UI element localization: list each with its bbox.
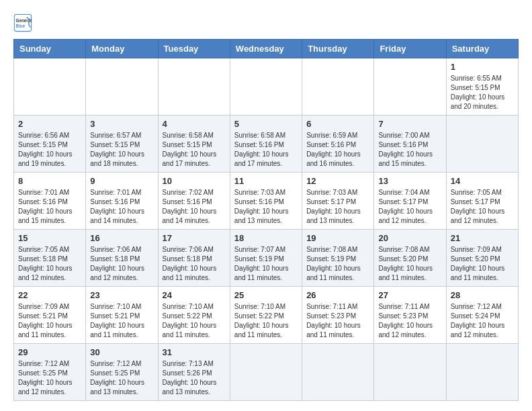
day-number: 4 [163,119,226,129]
calendar-week-row: 29 Sunrise: 7:12 AMSunset: 5:25 PMDaylig… [14,344,519,401]
day-number: 15 [18,233,81,243]
day-number: 21 [451,233,514,243]
calendar-day-cell [446,116,518,173]
calendar-day-cell: 2 Sunrise: 6:56 AMSunset: 5:15 PMDayligh… [14,116,86,173]
day-info: Sunrise: 6:57 AMSunset: 5:15 PMDaylight:… [90,131,153,169]
calendar-day-cell: 21 Sunrise: 7:09 AMSunset: 5:20 PMDaylig… [446,230,518,287]
day-number: 5 [234,119,298,129]
day-info: Sunrise: 6:55 AMSunset: 5:15 PMDaylight:… [451,74,514,111]
day-info: Sunrise: 7:08 AMSunset: 5:20 PMDaylight:… [378,245,441,283]
day-info: Sunrise: 7:03 AMSunset: 5:17 PMDaylight:… [306,188,369,226]
day-number: 17 [163,233,226,243]
calendar-week-row: 1 Sunrise: 6:55 AMSunset: 5:15 PMDayligh… [14,58,519,116]
calendar-day-cell: 14 Sunrise: 7:05 AMSunset: 5:17 PMDaylig… [446,173,518,230]
day-info: Sunrise: 7:05 AMSunset: 5:18 PMDaylight:… [18,245,81,283]
calendar-header-tuesday: Tuesday [158,40,230,58]
day-number: 28 [451,290,514,300]
calendar-day-cell [230,58,302,116]
calendar-day-cell: 18 Sunrise: 7:07 AMSunset: 5:19 PMDaylig… [230,230,302,287]
calendar-week-row: 15 Sunrise: 7:05 AMSunset: 5:18 PMDaylig… [14,230,519,287]
day-info: Sunrise: 7:11 AMSunset: 5:23 PMDaylight:… [306,302,369,340]
day-number: 27 [378,290,441,300]
day-number: 2 [18,119,81,129]
calendar-table: SundayMondayTuesdayWednesdayThursdayFrid… [13,39,519,401]
day-info: Sunrise: 7:10 AMSunset: 5:22 PMDaylight:… [163,302,226,340]
day-info: Sunrise: 7:10 AMSunset: 5:21 PMDaylight:… [90,302,153,340]
calendar-day-cell: 11 Sunrise: 7:03 AMSunset: 5:16 PMDaylig… [230,173,302,230]
calendar-day-cell [302,344,374,401]
day-number: 18 [234,233,298,243]
day-info: Sunrise: 7:05 AMSunset: 5:17 PMDaylight:… [451,188,514,226]
calendar-day-cell: 28 Sunrise: 7:12 AMSunset: 5:24 PMDaylig… [446,287,518,344]
day-number: 23 [90,290,153,300]
logo-icon: General Blue [13,13,32,32]
calendar-day-cell [158,58,230,116]
day-info: Sunrise: 7:12 AMSunset: 5:25 PMDaylight:… [18,359,81,397]
day-info: Sunrise: 7:06 AMSunset: 5:18 PMDaylight:… [90,245,153,283]
day-number: 20 [378,233,441,243]
calendar-day-cell [230,344,302,401]
day-info: Sunrise: 7:10 AMSunset: 5:22 PMDaylight:… [234,302,298,340]
day-info: Sunrise: 7:06 AMSunset: 5:18 PMDaylight:… [163,245,226,283]
calendar-header-row: SundayMondayTuesdayWednesdayThursdayFrid… [14,40,519,58]
calendar-header-sunday: Sunday [14,40,86,58]
calendar-day-cell: 24 Sunrise: 7:10 AMSunset: 5:22 PMDaylig… [158,287,230,344]
calendar-day-cell: 17 Sunrise: 7:06 AMSunset: 5:18 PMDaylig… [158,230,230,287]
day-info: Sunrise: 6:58 AMSunset: 5:16 PMDaylight:… [234,131,298,169]
calendar-day-cell: 12 Sunrise: 7:03 AMSunset: 5:17 PMDaylig… [302,173,374,230]
calendar-day-cell: 4 Sunrise: 6:58 AMSunset: 5:15 PMDayligh… [158,116,230,173]
day-number: 7 [378,119,441,129]
day-info: Sunrise: 7:13 AMSunset: 5:26 PMDaylight:… [163,359,226,397]
day-info: Sunrise: 6:58 AMSunset: 5:15 PMDaylight:… [163,131,226,169]
day-number: 11 [234,176,298,186]
day-info: Sunrise: 7:04 AMSunset: 5:17 PMDaylight:… [378,188,441,226]
day-info: Sunrise: 7:07 AMSunset: 5:19 PMDaylight:… [234,245,298,283]
day-info: Sunrise: 6:59 AMSunset: 5:16 PMDaylight:… [306,131,369,169]
day-info: Sunrise: 7:08 AMSunset: 5:19 PMDaylight:… [306,245,369,283]
calendar-header-saturday: Saturday [446,40,518,58]
day-info: Sunrise: 7:02 AMSunset: 5:16 PMDaylight:… [163,188,226,226]
day-info: Sunrise: 7:01 AMSunset: 5:16 PMDaylight:… [90,188,153,226]
day-info: Sunrise: 7:12 AMSunset: 5:24 PMDaylight:… [451,302,514,340]
day-number: 3 [90,119,153,129]
day-info: Sunrise: 7:09 AMSunset: 5:20 PMDaylight:… [451,245,514,283]
calendar-week-row: 8 Sunrise: 7:01 AMSunset: 5:16 PMDayligh… [14,173,519,230]
calendar-day-cell: 27 Sunrise: 7:11 AMSunset: 5:23 PMDaylig… [374,287,446,344]
day-number: 31 [163,347,226,357]
calendar-day-cell [302,58,374,116]
day-number: 10 [163,176,226,186]
calendar-header-thursday: Thursday [302,40,374,58]
day-number: 29 [18,347,81,357]
calendar-header-wednesday: Wednesday [230,40,302,58]
calendar-day-cell: 20 Sunrise: 7:08 AMSunset: 5:20 PMDaylig… [374,230,446,287]
calendar-day-cell: 1 Sunrise: 6:55 AMSunset: 5:15 PMDayligh… [446,58,518,116]
calendar-day-cell: 16 Sunrise: 7:06 AMSunset: 5:18 PMDaylig… [86,230,158,287]
logo: General Blue [13,13,35,32]
calendar-header-monday: Monday [86,40,158,58]
calendar-day-cell: 3 Sunrise: 6:57 AMSunset: 5:15 PMDayligh… [86,116,158,173]
calendar-header-friday: Friday [374,40,446,58]
calendar-day-cell [446,344,518,401]
day-number: 16 [90,233,153,243]
calendar-day-cell: 25 Sunrise: 7:10 AMSunset: 5:22 PMDaylig… [230,287,302,344]
day-number: 8 [18,176,81,186]
calendar-day-cell [86,58,158,116]
day-number: 25 [234,290,298,300]
day-number: 19 [306,233,369,243]
calendar-day-cell: 9 Sunrise: 7:01 AMSunset: 5:16 PMDayligh… [86,173,158,230]
day-info: Sunrise: 7:00 AMSunset: 5:16 PMDaylight:… [378,131,441,169]
day-number: 12 [306,176,369,186]
calendar-day-cell: 5 Sunrise: 6:58 AMSunset: 5:16 PMDayligh… [230,116,302,173]
calendar-day-cell [374,344,446,401]
calendar-day-cell: 13 Sunrise: 7:04 AMSunset: 5:17 PMDaylig… [374,173,446,230]
calendar-week-row: 22 Sunrise: 7:09 AMSunset: 5:21 PMDaylig… [14,287,519,344]
day-number: 1 [451,62,514,72]
day-number: 6 [306,119,369,129]
day-info: Sunrise: 6:56 AMSunset: 5:15 PMDaylight:… [18,131,81,169]
calendar-day-cell: 22 Sunrise: 7:09 AMSunset: 5:21 PMDaylig… [14,287,86,344]
day-info: Sunrise: 7:12 AMSunset: 5:25 PMDaylight:… [90,359,153,397]
calendar-day-cell: 30 Sunrise: 7:12 AMSunset: 5:25 PMDaylig… [86,344,158,401]
day-number: 13 [378,176,441,186]
calendar-day-cell: 19 Sunrise: 7:08 AMSunset: 5:19 PMDaylig… [302,230,374,287]
day-info: Sunrise: 7:01 AMSunset: 5:16 PMDaylight:… [18,188,81,226]
